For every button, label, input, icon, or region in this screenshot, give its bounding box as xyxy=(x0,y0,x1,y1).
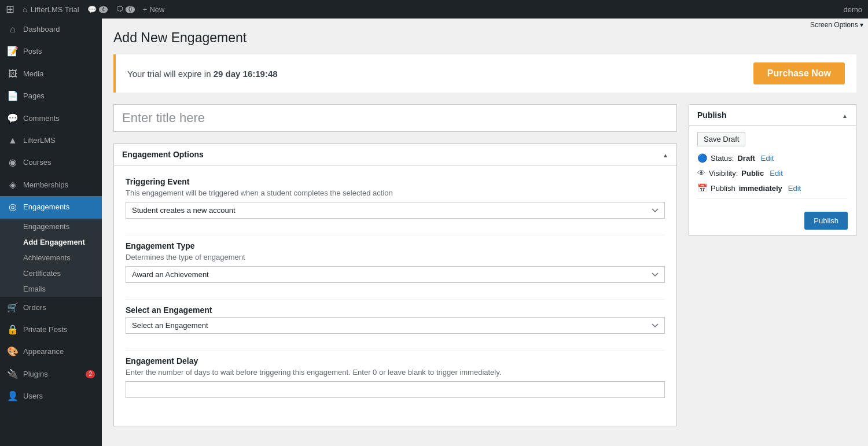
engagement-delay-desc: Enter the number of days to wait before … xyxy=(126,368,665,377)
sidebar-item-users[interactable]: 👤 Users xyxy=(0,385,102,407)
site-name-label: LifterLMS Trial xyxy=(31,5,79,14)
plugins-icon: 🔌 xyxy=(7,368,19,381)
publish-box-title: Publish xyxy=(697,110,727,120)
publish-box: Publish Save Draft 🔵 Status: Draft Edit xyxy=(689,104,856,236)
new-content-item[interactable]: + New xyxy=(143,5,165,14)
triggering-event-desc: This engagement will be triggered when a… xyxy=(126,189,665,197)
dashboard-icon: ⌂ xyxy=(7,23,19,36)
status-row: 🔵 Status: Draft Edit xyxy=(697,153,848,163)
courses-icon: ◉ xyxy=(7,156,19,169)
sidebar-item-label: Courses xyxy=(23,157,95,168)
visibility-value: Public xyxy=(741,169,764,178)
calendar-icon: 📅 xyxy=(697,183,707,193)
publish-box-header: Publish xyxy=(689,105,856,126)
sidebar-item-memberships[interactable]: ◈ Memberships xyxy=(0,174,102,196)
sidebar-item-label: LifterLMS xyxy=(23,135,95,146)
sidebar-item-posts[interactable]: 📝 Posts xyxy=(0,40,102,62)
triggering-event-section: Triggering Event This engagement will be… xyxy=(126,177,665,219)
purchase-now-button[interactable]: Purchase Now xyxy=(753,62,845,84)
sidebar-item-label: Plugins xyxy=(23,369,79,379)
triggering-event-select-wrapper: Student creates a new account Student en… xyxy=(126,202,665,219)
top-bar: ⊞ ⌂ LifterLMS Trial 💬 4 🗨 0 + New demo xyxy=(0,0,868,19)
trial-text: Your trial will expire in 29 day 16:19:4… xyxy=(127,69,278,79)
sidebar-item-label: Memberships xyxy=(23,180,95,190)
engagement-type-desc: Determines the type of engagement xyxy=(126,253,665,261)
sidebar-item-pages[interactable]: 📄 Pages xyxy=(0,85,102,107)
sidebar-sub-item-add-engagement[interactable]: Add Engagement xyxy=(0,234,102,250)
sidebar-item-courses[interactable]: ◉ Courses xyxy=(0,152,102,174)
engagement-delay-input[interactable] xyxy=(126,381,665,398)
users-icon: 👤 xyxy=(7,390,19,403)
publish-button[interactable]: Publish xyxy=(804,212,848,230)
pages-icon: 📄 xyxy=(7,90,19,102)
media-icon: 🖼 xyxy=(7,68,19,80)
trial-countdown: 29 day 16:19:48 xyxy=(214,69,278,79)
sidebar-sub-item-achievements[interactable]: Achievements xyxy=(0,250,102,266)
orders-icon: 🛒 xyxy=(7,301,19,314)
select-engagement-select[interactable]: Select an Engagement xyxy=(126,317,665,334)
engagement-type-select[interactable]: Award an Achievement Award a Certificate… xyxy=(126,266,665,283)
collapse-icon xyxy=(663,150,668,159)
sidebar-item-appearance[interactable]: 🎨 Appearance xyxy=(0,341,102,363)
triggering-event-select[interactable]: Student creates a new account Student en… xyxy=(126,202,665,219)
save-draft-button[interactable]: Save Draft xyxy=(697,132,745,146)
plugins-badge: 2 xyxy=(86,370,95,378)
metabox-toggle[interactable]: Engagement Options xyxy=(114,144,676,165)
sidebar-item-label: Appearance xyxy=(23,347,95,357)
comments-icon: 🗨 xyxy=(116,5,123,14)
sidebar-item-orders[interactable]: 🛒 Orders xyxy=(0,297,102,319)
visibility-edit-link[interactable]: Edit xyxy=(770,169,782,178)
new-content-label: New xyxy=(149,5,164,14)
sidebar-item-plugins[interactable]: 🔌 Plugins 2 xyxy=(0,363,102,385)
username-label[interactable]: demo xyxy=(843,5,862,14)
sidebar-item-dashboard[interactable]: ⌂ Dashboard xyxy=(0,19,102,40)
site-home-icon[interactable]: ⌂ LifterLMS Trial xyxy=(23,5,79,14)
sidebar-sub-item-emails[interactable]: Emails xyxy=(0,281,102,297)
trial-banner: Your trial will expire in 29 day 16:19:4… xyxy=(113,54,856,93)
sidebar-item-private-posts[interactable]: 🔒 Private Posts xyxy=(0,319,102,341)
updates-item[interactable]: 💬 4 xyxy=(87,5,108,14)
sidebar-item-label: Orders xyxy=(23,303,95,313)
metabox-body: Triggering Event This engagement will be… xyxy=(114,165,676,426)
status-icon: 🔵 xyxy=(697,153,707,163)
metabox-title: Engagement Options xyxy=(122,150,204,159)
sidebar-item-label: Private Posts xyxy=(23,325,95,335)
sidebar-item-comments[interactable]: 💬 Comments xyxy=(0,108,102,130)
memberships-icon: ◈ xyxy=(7,179,19,191)
comments-icon: 💬 xyxy=(7,112,19,125)
sidebar-item-label: Users xyxy=(23,391,95,401)
content-split: Engagement Options Triggering Event This… xyxy=(113,104,856,426)
screen-options-button[interactable]: Screen Options ▾ xyxy=(806,19,868,31)
publish-timing-value: immediately xyxy=(739,184,782,193)
status-edit-link[interactable]: Edit xyxy=(761,154,774,163)
publish-timing-label: Publish xyxy=(711,184,735,193)
publish-collapse-icon xyxy=(842,111,848,120)
content-main: Engagement Options Triggering Event This… xyxy=(113,104,677,426)
status-label: Status: xyxy=(711,154,734,163)
status-value: Draft xyxy=(737,154,755,163)
select-engagement-select-wrapper: Select an Engagement xyxy=(126,317,665,334)
engagement-type-section: Engagement Type Determines the type of e… xyxy=(126,241,665,283)
appearance-icon: 🎨 xyxy=(7,345,19,358)
select-engagement-section: Select an Engagement Select an Engagemen… xyxy=(126,305,665,334)
title-input[interactable] xyxy=(113,104,677,132)
sidebar-sub-item-engagements[interactable]: Engagements xyxy=(0,219,102,234)
sidebar-item-engagements[interactable]: ◎ Engagements xyxy=(0,196,102,218)
publish-timing-row: 📅 Publish immediately Edit xyxy=(697,183,848,193)
comments-count: 0 xyxy=(126,6,135,13)
engagements-submenu: Engagements Add Engagement Achievements … xyxy=(0,219,102,297)
updates-icon: 💬 xyxy=(87,5,97,14)
engagement-type-select-wrapper: Award an Achievement Award a Certificate… xyxy=(126,266,665,283)
sidebar-sub-item-certificates[interactable]: Certificates xyxy=(0,266,102,281)
publish-timing-edit-link[interactable]: Edit xyxy=(788,184,801,193)
publish-box-body: Save Draft 🔵 Status: Draft Edit 👁 Visibi… xyxy=(689,126,856,235)
lifterlms-icon: ▲ xyxy=(7,134,19,147)
comments-item[interactable]: 🗨 0 xyxy=(116,5,135,14)
sidebar: ⌂ Dashboard 📝 Posts 🖼 Media 📄 Pages 💬 Co… xyxy=(0,19,102,446)
sidebar-item-lifterlms[interactable]: ▲ LifterLMS xyxy=(0,130,102,152)
select-engagement-label: Select an Engagement xyxy=(126,305,665,315)
publish-meta: 🔵 Status: Draft Edit 👁 Visibility: Publi… xyxy=(697,153,848,193)
sidebar-item-media[interactable]: 🖼 Media xyxy=(0,63,102,85)
trial-text-before: Your trial will expire in xyxy=(127,69,214,79)
sidebar-item-label: Dashboard xyxy=(23,24,95,35)
